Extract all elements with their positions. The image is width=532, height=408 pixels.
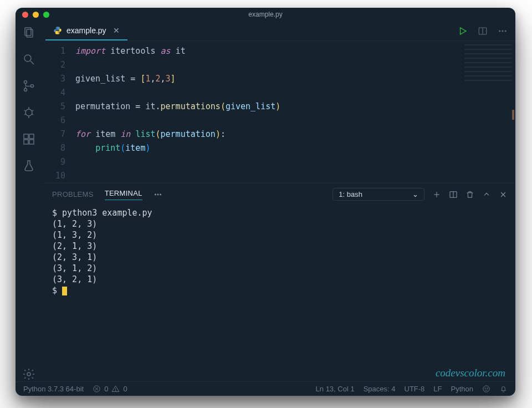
svg-point-2: [24, 55, 31, 62]
close-panel-icon[interactable]: [499, 190, 508, 199]
editor-actions: [458, 21, 515, 40]
testing-icon[interactable]: [22, 159, 36, 173]
status-encoding[interactable]: UTF-8: [405, 385, 425, 393]
svg-rect-17: [29, 140, 34, 144]
error-icon: [93, 385, 101, 393]
status-bar: Python 3.7.3 64-bit 0 0 Ln 13, Col 1 Spa…: [16, 381, 515, 396]
terminal-selector[interactable]: 1: bash ⌄: [332, 188, 424, 201]
warning-icon: [111, 385, 120, 393]
panel-tab-problems[interactable]: PROBLEMS: [52, 190, 94, 198]
terminal-selector-label: 1: bash: [339, 190, 362, 198]
python-file-icon: [53, 26, 62, 35]
svg-point-25: [155, 194, 156, 195]
chevron-down-icon: ⌄: [412, 190, 418, 198]
status-notifications-icon[interactable]: [499, 385, 508, 393]
window-controls: [22, 12, 49, 18]
panel-tabs: PROBLEMS TERMINAL 1: bash ⌄: [42, 183, 515, 204]
main-area: example.py ✕ 12345678910 import itertool…: [16, 21, 515, 381]
panel-more-icon[interactable]: [154, 190, 162, 199]
svg-point-24: [505, 30, 506, 32]
svg-point-7: [25, 109, 32, 116]
search-icon[interactable]: [22, 52, 36, 67]
svg-point-6: [31, 85, 34, 88]
tab-close-icon[interactable]: ✕: [113, 26, 120, 35]
svg-rect-15: [29, 134, 34, 139]
editor-tabs: example.py ✕: [42, 21, 515, 41]
svg-point-23: [502, 30, 503, 32]
kill-terminal-icon[interactable]: [466, 190, 474, 199]
svg-point-41: [487, 388, 488, 389]
split-terminal-icon[interactable]: [449, 190, 458, 199]
debug-icon[interactable]: [22, 105, 36, 120]
tab-filename: example.py: [66, 26, 106, 35]
maximize-panel-icon[interactable]: [482, 190, 491, 199]
more-actions-icon[interactable]: [498, 26, 508, 36]
svg-rect-0: [25, 28, 31, 35]
editor-area: example.py ✕ 12345678910 import itertool…: [42, 21, 515, 381]
svg-point-26: [157, 194, 158, 195]
tab-example-py[interactable]: example.py ✕: [45, 21, 127, 40]
new-terminal-icon[interactable]: [432, 190, 441, 199]
bottom-panel: PROBLEMS TERMINAL 1: bash ⌄: [42, 183, 515, 381]
status-interpreter[interactable]: Python 3.7.3 64-bit: [23, 385, 84, 393]
window-title: example.py: [16, 11, 515, 18]
svg-point-4: [24, 81, 27, 84]
svg-point-38: [115, 390, 116, 391]
status-feedback-icon[interactable]: [482, 385, 490, 393]
close-window-button[interactable]: [22, 12, 28, 18]
code-editor[interactable]: 12345678910 import itertools as it given…: [42, 41, 515, 183]
status-language[interactable]: Python: [451, 385, 473, 393]
settings-gear-icon[interactable]: [22, 367, 36, 381]
maximize-window-button[interactable]: [43, 12, 49, 18]
svg-marker-19: [461, 28, 467, 34]
svg-point-5: [24, 89, 27, 91]
svg-point-39: [483, 386, 489, 392]
svg-point-22: [499, 30, 500, 32]
svg-point-40: [485, 388, 485, 389]
titlebar: example.py: [16, 8, 515, 21]
status-cursor[interactable]: Ln 13, Col 1: [316, 385, 355, 393]
panel-tab-terminal[interactable]: TERMINAL: [105, 189, 142, 200]
svg-point-27: [160, 194, 161, 195]
status-eol[interactable]: LF: [433, 385, 442, 393]
svg-rect-1: [27, 29, 33, 37]
explorer-icon[interactable]: [22, 26, 36, 40]
svg-rect-16: [24, 140, 28, 144]
watermark: codevscolor.com: [42, 367, 515, 381]
run-button[interactable]: [458, 26, 468, 36]
svg-rect-14: [24, 134, 28, 139]
code-content[interactable]: import itertools as it given_list = [1,2…: [75, 44, 515, 183]
activity-bar: [16, 21, 42, 381]
source-control-icon[interactable]: [22, 79, 36, 93]
status-problems[interactable]: 0 0: [93, 385, 127, 393]
extensions-icon[interactable]: [22, 132, 36, 146]
svg-line-3: [30, 61, 34, 64]
status-indent[interactable]: Spaces: 4: [364, 385, 396, 393]
line-number-gutter: 12345678910: [42, 44, 75, 183]
vscode-window: example.py example.py ✕: [16, 8, 515, 396]
terminal-output[interactable]: $ python3 example.py(1, 2, 3)(1, 3, 2)(2…: [42, 204, 515, 367]
svg-point-18: [27, 373, 30, 376]
minimize-window-button[interactable]: [33, 12, 39, 18]
split-editor-icon[interactable]: [478, 26, 488, 36]
